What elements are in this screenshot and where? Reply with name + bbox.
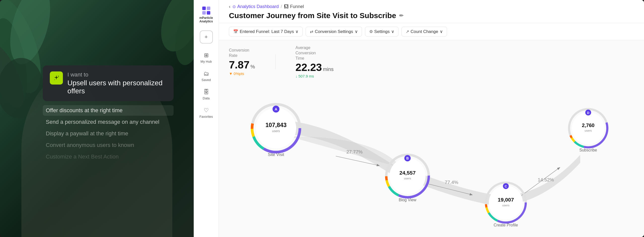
svg-text:107,843: 107,843 bbox=[265, 122, 287, 129]
logo: mParticle Analytics bbox=[199, 6, 213, 23]
conversion-icon: ⇄ bbox=[310, 29, 313, 34]
breadcrumb-separator: / bbox=[281, 4, 282, 9]
toolbar: 📅 Entered Funnel: Last 7 Days ∨ ⇄ Conver… bbox=[219, 23, 644, 40]
svg-rect-7 bbox=[202, 7, 206, 10]
myhub-icon: ⊞ bbox=[204, 52, 209, 59]
avg-conversion-change: ↓ 507.9 ms bbox=[296, 74, 334, 78]
chat-bubble: I want to Upsell users with personalized… bbox=[43, 65, 174, 101]
svg-text:Subscribe: Subscribe bbox=[579, 148, 597, 152]
sidebar-item-data[interactable]: 🗄 Data bbox=[196, 86, 216, 103]
back-button[interactable]: ‹ bbox=[229, 4, 230, 9]
svg-text:users: users bbox=[272, 130, 280, 133]
settings-button[interactable]: ⚙ Settings ∨ bbox=[365, 27, 398, 36]
svg-text:14.52%: 14.52% bbox=[538, 177, 554, 182]
svg-text:19,007: 19,007 bbox=[498, 197, 514, 203]
chevron-down-icon: ∨ bbox=[295, 29, 298, 34]
calendar-icon: 📅 bbox=[233, 29, 238, 34]
svg-text:27.77%: 27.77% bbox=[346, 149, 363, 154]
svg-point-33 bbox=[389, 158, 426, 194]
svg-text:24,557: 24,557 bbox=[399, 170, 416, 176]
sidebar-item-favorites-label: Favorites bbox=[199, 115, 213, 118]
data-icon: 🗄 bbox=[204, 89, 209, 95]
sidebar-item-saved[interactable]: 🗂 Saved bbox=[196, 68, 216, 84]
svg-rect-8 bbox=[207, 7, 210, 10]
down-arrow-icon: ▼ bbox=[229, 71, 233, 76]
avg-conversion-unit: mins bbox=[323, 66, 334, 72]
gear-icon: ⚙ bbox=[369, 29, 373, 34]
svg-text:C: C bbox=[505, 185, 507, 188]
chat-overlay: I want to Upsell users with personalized… bbox=[43, 65, 174, 162]
svg-text:users: users bbox=[404, 177, 411, 180]
avg-conversion-value-row: 22.23 mins bbox=[296, 61, 334, 73]
conversion-rate-change: ▼ 0%pts bbox=[229, 71, 255, 76]
analytics-dashboard-link[interactable]: ⊙ Analytics Dashboard bbox=[232, 4, 279, 9]
sidebar: mParticle Analytics + ⊞ My Hub 🗂 Saved 🗄… bbox=[194, 0, 219, 237]
svg-text:Blog View: Blog View bbox=[399, 198, 417, 202]
svg-text:77.4%: 77.4% bbox=[445, 180, 458, 185]
conversion-rate-card: ConversionRate 7.87 % ▼ 0%pts bbox=[229, 48, 255, 76]
sidebar-item-data-label: Data bbox=[203, 96, 210, 100]
svg-text:A: A bbox=[275, 107, 277, 111]
avg-conversion-card: AverageConversionTime 22.23 mins ↓ 507.9… bbox=[296, 45, 334, 78]
edit-icon[interactable]: ✏ bbox=[399, 13, 404, 19]
suggestions-list: Offer discounts at the right time Send a… bbox=[43, 105, 174, 162]
chevron-down-icon-2: ∨ bbox=[355, 29, 358, 34]
svg-point-44 bbox=[489, 186, 523, 220]
conversion-rate-label: ConversionRate bbox=[229, 48, 255, 58]
sidebar-item-myhub[interactable]: ⊞ My Hub bbox=[196, 50, 216, 66]
suggestion-4[interactable]: Convert anonymous users to known bbox=[43, 140, 174, 150]
sidebar-item-myhub-label: My Hub bbox=[200, 60, 212, 63]
conversion-rate-value-row: 7.87 % bbox=[229, 59, 255, 71]
avg-conversion-value: 22.23 bbox=[296, 61, 322, 73]
svg-point-55 bbox=[572, 112, 605, 145]
metric-divider bbox=[275, 54, 275, 69]
svg-rect-9 bbox=[202, 11, 206, 15]
breadcrumb-current: ⛾ Funnel bbox=[284, 4, 304, 9]
main-header: ‹ ⊙ Analytics Dashboard / ⛾ Funnel Custo… bbox=[219, 0, 644, 23]
suggestion-2[interactable]: Send a personalized message on any chann… bbox=[43, 117, 174, 127]
chat-text: I want to Upsell users with personalized… bbox=[67, 71, 167, 95]
svg-text:B: B bbox=[406, 157, 409, 161]
chevron-down-icon-3: ∨ bbox=[391, 29, 394, 34]
plant-decoration-right bbox=[143, 0, 194, 75]
svg-text:Site Visit: Site Visit bbox=[268, 152, 284, 157]
main-content: ‹ ⊙ Analytics Dashboard / ⛾ Funnel Custo… bbox=[219, 0, 644, 237]
funnel-icon: ⛾ bbox=[284, 4, 289, 9]
chat-main-text: Upsell users with personalized offers bbox=[67, 79, 167, 95]
svg-text:D: D bbox=[587, 111, 589, 115]
avg-conversion-label: AverageConversionTime bbox=[296, 45, 334, 61]
conversion-rate-unit: % bbox=[251, 64, 255, 70]
conversion-rate-value: 7.87 bbox=[229, 59, 250, 71]
conversion-settings-button[interactable]: ⇄ Conversion Settings ∨ bbox=[306, 27, 362, 36]
svg-text:Create Profile: Create Profile bbox=[494, 223, 518, 227]
sparkle-icon bbox=[53, 74, 60, 82]
sidebar-item-saved-label: Saved bbox=[202, 78, 211, 82]
suggestion-5[interactable]: Customize a Next Best Action bbox=[43, 151, 174, 162]
analytics-dashboard-icon: ⊙ bbox=[232, 4, 236, 9]
chat-label: I want to bbox=[67, 71, 167, 78]
ai-icon bbox=[50, 71, 63, 85]
saved-icon: 🗂 bbox=[204, 70, 209, 77]
page-title: Customer Journey from Site Visit to Subs… bbox=[229, 11, 634, 20]
suggestion-3[interactable]: Display a paywall at the right time bbox=[43, 128, 174, 139]
metrics-row: ConversionRate 7.87 % ▼ 0%pts AverageCon… bbox=[219, 40, 644, 83]
trend-icon: ↗ bbox=[406, 29, 409, 34]
entered-funnel-button[interactable]: 📅 Entered Funnel: Last 7 Days ∨ bbox=[229, 27, 303, 36]
add-button[interactable]: + bbox=[200, 30, 213, 44]
count-change-button[interactable]: ↗ Count Change ∨ bbox=[401, 27, 447, 36]
favorites-icon: ♡ bbox=[204, 107, 209, 114]
svg-text:users: users bbox=[502, 204, 510, 207]
logo-text: mParticle Analytics bbox=[199, 16, 213, 23]
svg-rect-10 bbox=[207, 11, 210, 15]
svg-text:2,760: 2,760 bbox=[582, 123, 594, 128]
funnel-svg: 27.77% 77.4% 14.52% A bbox=[219, 83, 644, 237]
suggestion-1[interactable]: Offer discounts at the right time bbox=[43, 105, 174, 116]
breadcrumb: ‹ ⊙ Analytics Dashboard / ⛾ Funnel bbox=[229, 4, 634, 9]
sidebar-item-favorites[interactable]: ♡ Favorites bbox=[196, 105, 216, 121]
mparticle-logo-icon bbox=[202, 6, 211, 15]
left-panel: I want to Upsell users with personalized… bbox=[0, 0, 194, 237]
svg-text:users: users bbox=[585, 129, 592, 132]
right-panel: mParticle Analytics + ⊞ My Hub 🗂 Saved 🗄… bbox=[194, 0, 644, 237]
funnel-area: 27.77% 77.4% 14.52% A bbox=[219, 83, 644, 237]
chevron-down-icon-4: ∨ bbox=[440, 29, 443, 34]
